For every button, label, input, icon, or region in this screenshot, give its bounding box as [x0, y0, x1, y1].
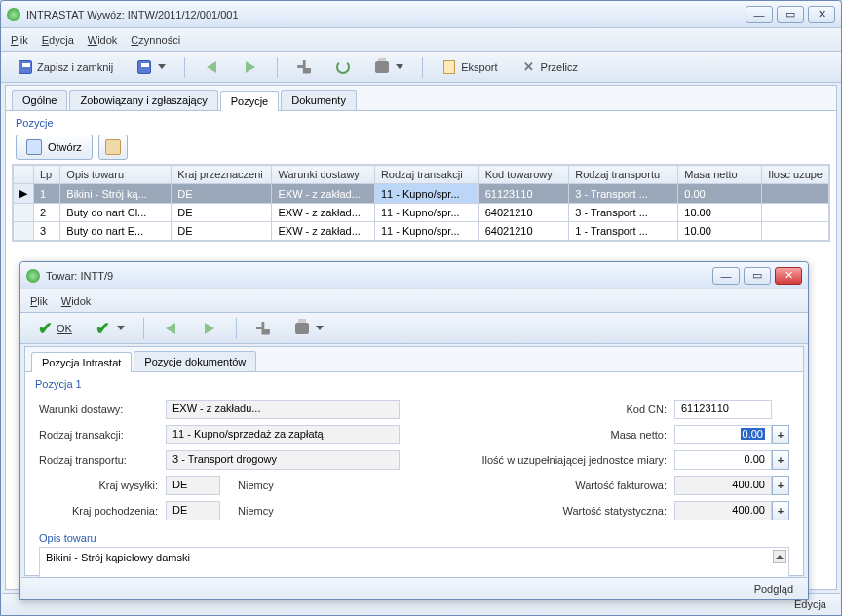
maximize-button[interactable]: ▭ — [777, 6, 804, 23]
check-icon: ✔ — [37, 321, 53, 336]
przelicz-button[interactable]: ✕ Przelicz — [513, 56, 588, 79]
col-ilosc[interactable]: Ilosc uzupe — [762, 166, 829, 184]
val-kraj-wysylki-code[interactable]: DE — [166, 476, 220, 495]
lbl-opis: Opis towaru — [39, 532, 789, 547]
sub-titlebar[interactable]: Towar: INTT/9 — ▭ ✕ — [20, 262, 808, 289]
save-button[interactable] — [128, 56, 174, 79]
lbl-stat: Wartość statystyczna: — [470, 505, 674, 517]
tab-dokumenty[interactable]: Dokumenty — [281, 90, 357, 110]
sub-section-title: Pozycja 1 — [25, 372, 803, 392]
sub-close-button[interactable]: ✕ — [775, 267, 802, 285]
menu-czynnosci[interactable]: Czynności — [131, 34, 180, 46]
sub-tabs: Pozycja Intrastat Pozycje dokumentów — [25, 347, 803, 372]
table-row[interactable]: 3Buty do nart E...DEEXW - z zakład...11 … — [14, 222, 829, 241]
save-close-button[interactable]: Zapisz i zamknij — [9, 56, 122, 79]
tools-button[interactable] — [287, 56, 321, 79]
sub-toolbar: ✔ OK ✔ — [20, 313, 808, 344]
sub-print[interactable] — [286, 317, 332, 340]
col-transport[interactable]: Rodzaj transportu — [569, 166, 678, 184]
menu-widok[interactable]: Widok — [88, 34, 118, 46]
tab-pozycja-intrastat[interactable]: Pozycja Intrastat — [31, 352, 132, 372]
main-title: INTRASTAT Wywóz: INTW/2011/12/001/001 — [26, 9, 239, 20]
val-kraj-wysylki-name: Niemcy — [226, 480, 274, 491]
sub-statusbar: Podgląd — [21, 577, 807, 598]
val-kraj-pochodzenia-name: Niemcy — [226, 505, 274, 517]
ok-label: OK — [57, 323, 72, 334]
menu-plik[interactable]: Plik — [11, 34, 28, 46]
ok-button[interactable]: ✔ OK — [28, 317, 81, 340]
faktur-plus-button[interactable]: + — [772, 476, 789, 495]
col-lp[interactable]: Lp — [34, 166, 60, 184]
col-masa[interactable]: Masa netto — [678, 166, 762, 184]
eksport-label: Eksport — [461, 61, 497, 73]
val-kraj-pochodzenia-code[interactable]: DE — [166, 501, 220, 520]
opis-text-content: Bikini - Strój kąpielowy damski — [46, 552, 190, 563]
lbl-faktur: Wartość fakturowa: — [470, 480, 674, 491]
menu-edycja[interactable]: Edycja — [42, 34, 74, 46]
val-kodcn[interactable]: 61123110 — [674, 400, 772, 419]
grid[interactable]: Lp Opis towaru Kraj przeznaczeni Warunki… — [12, 164, 830, 242]
grid-toolbar: Otwórz — [6, 131, 836, 164]
val-stat[interactable]: 400.00 — [674, 501, 772, 520]
ok-dropdown[interactable]: ✔ — [87, 317, 134, 340]
val-rodzaj-trans[interactable]: 11 - Kupno/sprzedaż za zapłatą — [166, 425, 400, 444]
grid-extra-button[interactable] — [98, 135, 128, 160]
val-warunki[interactable]: EXW - z zakładu... — [166, 400, 400, 419]
nav-prev-button[interactable] — [195, 56, 228, 79]
col-opis[interactable]: Opis towaru — [60, 166, 172, 184]
table-row[interactable]: 2Buty do nart Cl...DEEXW - z zakład...11… — [14, 204, 829, 222]
col-rodzaj[interactable]: Rodzaj transakcji — [374, 166, 478, 184]
main-toolbar: Zapisz i zamknij Eksport ✕ Przelicz — [1, 52, 841, 83]
tab-zobowiazany[interactable]: Zobowiązany i zgłaszający — [69, 90, 217, 110]
lbl-rodzaj-transportu: Rodzaj transportu: — [39, 454, 166, 466]
close-button[interactable]: ✕ — [808, 6, 835, 23]
stat-plus-button[interactable]: + — [772, 501, 789, 520]
open-row-button[interactable]: Otwórz — [16, 135, 93, 160]
lbl-kraj-wysylki: Kraj wysyłki: — [39, 480, 166, 491]
lbl-masa: Masa netto: — [470, 429, 674, 441]
note-icon — [105, 139, 121, 155]
masa-plus-button[interactable]: + — [772, 425, 789, 444]
table-row[interactable]: ▶1Bikini - Strój ką...DEEXW - z zakład..… — [14, 184, 829, 204]
sub-nav-prev[interactable] — [154, 317, 187, 340]
val-faktur[interactable]: 400.00 — [674, 476, 772, 495]
opis-scroll-up[interactable] — [773, 550, 786, 563]
main-titlebar[interactable]: INTRASTAT Wywóz: INTW/2011/12/001/001 — … — [1, 1, 841, 28]
sub-client: Pozycja Intrastat Pozycje dokumentów Poz… — [24, 346, 804, 576]
open-row-label: Otwórz — [48, 141, 82, 153]
eksport-button[interactable]: Eksport — [433, 56, 506, 79]
refresh-button[interactable] — [326, 56, 360, 79]
val-rodzaj-transportu[interactable]: 3 - Transport drogowy — [166, 450, 400, 470]
print-button[interactable] — [365, 56, 412, 79]
val-masa[interactable]: 0.00 — [674, 425, 772, 444]
open-icon — [26, 139, 42, 155]
lbl-warunki: Warunki dostawy: — [39, 404, 166, 415]
tab-ogolne[interactable]: Ogólne — [12, 90, 67, 110]
lbl-kraj-pochodzenia: Kraj pochodzenia: — [39, 505, 166, 517]
grid-header-row[interactable]: Lp Opis towaru Kraj przeznaczeni Warunki… — [14, 166, 829, 184]
sub-nav-next[interactable] — [193, 317, 226, 340]
ilosc-plus-button[interactable]: + — [772, 450, 789, 470]
przelicz-icon: ✕ — [521, 59, 537, 75]
sub-menubar: Plik Widok — [20, 289, 808, 313]
nav-next-button[interactable] — [234, 56, 267, 79]
form: Warunki dostawy: EXW - z zakładu... Kod … — [25, 392, 803, 528]
sub-maximize-button[interactable]: ▭ — [744, 267, 771, 285]
col-warunki[interactable]: Warunki dostawy — [272, 166, 374, 184]
lbl-ilosc: Ilość w uzupełniającej jednostce miary: — [470, 454, 674, 466]
app-icon — [7, 8, 20, 21]
sub-tools[interactable] — [247, 317, 280, 340]
sub-menu-plik[interactable]: Plik — [30, 295, 48, 307]
sub-minimize-button[interactable]: — — [712, 267, 740, 285]
tab-pozycje[interactable]: Pozycje — [220, 91, 280, 111]
lbl-rodzaj-trans: Rodzaj transakcji: — [39, 429, 166, 441]
disk-icon — [18, 59, 33, 75]
sub-menu-widok[interactable]: Widok — [61, 295, 92, 307]
main-tabs: Ogólne Zobowiązany i zgłaszający Pozycje… — [6, 86, 836, 111]
val-ilosc[interactable]: 0.00 — [674, 450, 772, 470]
tab-pozycje-dokumentow[interactable]: Pozycje dokumentów — [134, 351, 256, 371]
col-kod[interactable]: Kod towarowy — [478, 166, 569, 184]
minimize-button[interactable]: — — [746, 6, 773, 23]
col-kraj[interactable]: Kraj przeznaczeni — [172, 166, 272, 184]
sub-title: Towar: INTT/9 — [46, 270, 113, 282]
